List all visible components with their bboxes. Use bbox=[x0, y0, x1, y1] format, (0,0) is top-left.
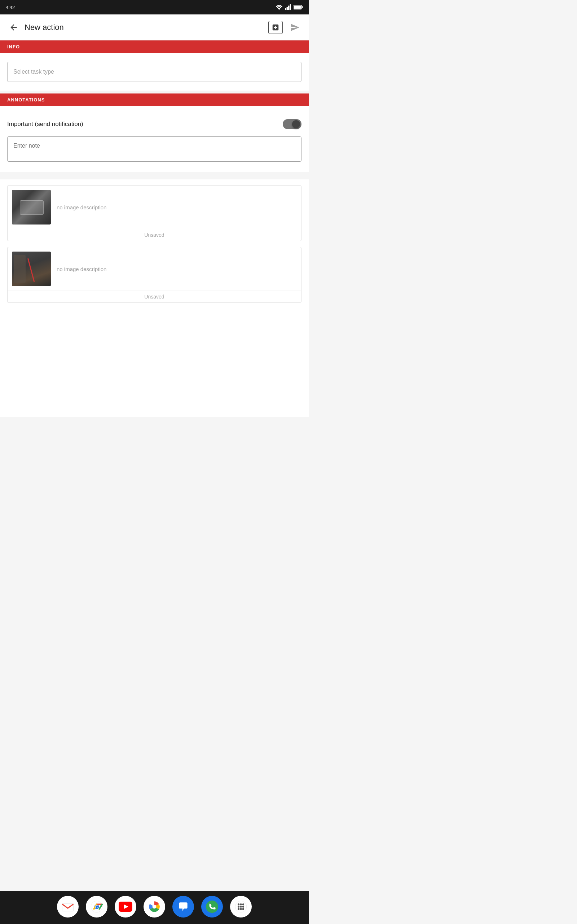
image-thumb-2 bbox=[12, 252, 51, 286]
send-button[interactable] bbox=[287, 19, 303, 36]
note-input[interactable] bbox=[7, 136, 301, 162]
status-bar: 4:42 bbox=[0, 0, 309, 15]
image-status-1: Unsaved bbox=[8, 229, 301, 241]
page-title: New action bbox=[24, 23, 268, 32]
important-toggle[interactable] bbox=[283, 119, 301, 129]
info-section-content: Select task type bbox=[0, 53, 309, 90]
toggle-track[interactable] bbox=[283, 119, 301, 129]
app-bar-actions bbox=[268, 19, 303, 36]
task-type-placeholder: Select task type bbox=[13, 69, 54, 75]
add-button[interactable] bbox=[268, 21, 283, 34]
annotations-section-header: ANNOTATIONS bbox=[0, 94, 309, 106]
toggle-thumb bbox=[292, 120, 300, 128]
app-bar: New action bbox=[0, 15, 309, 40]
image-card-2[interactable]: no image description Unsaved bbox=[7, 247, 301, 303]
image-thumb-1 bbox=[12, 190, 51, 225]
image-desc-2: no image description bbox=[56, 266, 106, 272]
svg-rect-1 bbox=[285, 8, 286, 10]
image-card-1[interactable]: no image description Unsaved bbox=[7, 185, 301, 241]
battery-icon bbox=[293, 5, 303, 10]
info-section-header: INFO bbox=[0, 40, 309, 53]
image-card-body-2: no image description bbox=[8, 247, 301, 291]
important-label: Important (send notification) bbox=[7, 121, 83, 128]
important-notification-row: Important (send notification) bbox=[7, 112, 301, 136]
svg-rect-6 bbox=[302, 6, 303, 8]
svg-rect-7 bbox=[294, 6, 301, 9]
sink-image bbox=[12, 190, 51, 225]
annotations-section-content: Important (send notification) bbox=[0, 106, 309, 172]
task-type-select[interactable]: Select task type bbox=[7, 62, 301, 82]
image-desc-1: no image description bbox=[56, 204, 106, 210]
main-content: INFO Select task type ANNOTATIONS Import… bbox=[0, 40, 309, 499]
kitchen-image bbox=[12, 252, 51, 286]
svg-point-0 bbox=[279, 9, 280, 10]
status-icons bbox=[276, 4, 303, 10]
svg-rect-4 bbox=[290, 4, 291, 10]
signal-icon bbox=[285, 4, 292, 10]
image-status-2: Unsaved bbox=[8, 291, 301, 302]
back-button[interactable] bbox=[6, 19, 22, 36]
time-display: 4:42 bbox=[6, 5, 15, 10]
svg-rect-2 bbox=[287, 7, 288, 10]
wifi-icon bbox=[276, 4, 283, 10]
image-cards-section: no image description Unsaved no image de… bbox=[0, 179, 309, 309]
svg-rect-3 bbox=[288, 6, 290, 10]
image-card-body-1: no image description bbox=[8, 186, 301, 229]
